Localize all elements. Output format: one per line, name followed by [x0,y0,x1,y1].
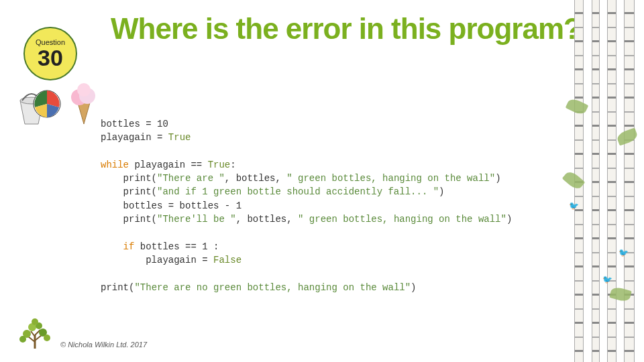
code-string: " green bottles, hanging on the wall" [286,173,495,184]
code-bool: False [213,255,241,265]
code-line: ) [495,173,500,184]
bird-icon: 🐦 [569,201,579,211]
code-line: print( [101,173,157,184]
code-line: , bottles, [225,173,286,184]
code-line [101,241,123,252]
code-line: playagain = [101,255,213,265]
svg-point-10 [44,335,50,341]
code-string: "There are no green bottles, hanging on … [134,282,411,293]
svg-point-9 [19,336,26,343]
code-line: bottles == 1 : [134,241,219,252]
bird-icon: 🐦 [602,275,612,285]
code-line: print( [101,186,157,197]
code-line: : [230,160,235,170]
code-string: "There are " [157,173,225,184]
code-line: , bottles, [236,214,298,225]
code-bool: True [168,132,191,143]
code-line: ) [411,282,416,293]
code-line: print( [101,214,157,225]
code-line: bottles = 10 [101,119,168,129]
code-line: ) [506,214,512,225]
bird-icon: 🐦 [619,248,629,258]
svg-point-11 [32,318,38,325]
badge-circle: Question 30 [23,27,77,80]
code-string: "There'll be " [157,214,236,225]
question-number: 30 [38,46,63,69]
code-string: "and if 1 green bottle should accidently… [157,186,439,197]
code-string: " green bottles, hanging on the wall" [298,214,506,225]
code-line: ) [439,186,444,197]
birch-decoration: 🐦 🐦 🐦 [570,0,644,362]
code-keyword: if [123,241,135,252]
copyright: © Nichola Wilkin Ltd. 2017 [60,341,147,349]
beach-clipart [10,74,97,127]
code-line: bottles = bottles - 1 [101,200,241,211]
slide-title: Where is the error in this program? [111,13,581,44]
code-line: playagain == [129,160,208,170]
code-line: print( [101,282,134,293]
code-line: playagain = [101,132,168,143]
code-bool: True [208,160,231,170]
tree-logo [13,315,57,352]
code-block: bottles = 10 playagain = True while play… [101,117,512,294]
svg-point-4 [77,83,91,97]
code-keyword: while [101,160,129,170]
